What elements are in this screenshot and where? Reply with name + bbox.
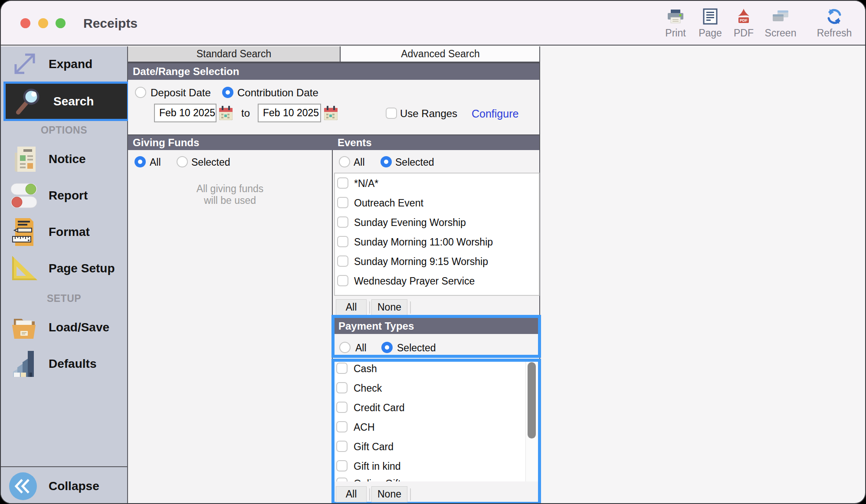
date-to-word: to bbox=[241, 107, 250, 119]
sidebar-item-expand[interactable]: Expand bbox=[1, 46, 127, 82]
sidebar-item-notice[interactable]: Notice bbox=[1, 141, 127, 177]
events-all-button[interactable]: All bbox=[336, 299, 367, 315]
collapse-icon bbox=[8, 472, 38, 501]
tab-advanced-search[interactable]: Advanced Search bbox=[341, 46, 539, 62]
payment-selected-label: Selected bbox=[397, 342, 436, 354]
sidebar-item-label: Defaults bbox=[49, 357, 96, 371]
payment-checkbox[interactable] bbox=[336, 382, 348, 393]
sidebar-item-label: Collapse bbox=[49, 479, 99, 493]
from-date-calendar-icon[interactable] bbox=[219, 106, 233, 120]
giving-funds-header: Giving Funds bbox=[128, 134, 333, 150]
use-ranges-label: Use Ranges bbox=[400, 108, 457, 120]
giving-funds-note: All giving funds will be used bbox=[128, 183, 332, 206]
event-checkbox[interactable] bbox=[337, 197, 348, 208]
event-checkbox[interactable] bbox=[337, 236, 348, 247]
event-checkbox[interactable] bbox=[337, 255, 348, 267]
giving-funds-all-label: All bbox=[150, 157, 161, 168]
to-date-input[interactable]: Feb 10 2025 bbox=[258, 104, 321, 122]
payment-label: Cash bbox=[354, 363, 377, 375]
close-window-button[interactable] bbox=[20, 18, 30, 28]
payment-label: Credit Card bbox=[354, 402, 405, 414]
deposit-date-label: Deposit Date bbox=[151, 87, 211, 99]
format-icon bbox=[9, 217, 39, 247]
screen-button[interactable]: Screen bbox=[761, 7, 800, 39]
event-label: *N/A* bbox=[354, 178, 378, 190]
sidebar-item-label: Notice bbox=[49, 152, 86, 166]
events-selected-radio[interactable] bbox=[381, 156, 392, 167]
payment-label: Check bbox=[354, 383, 382, 394]
event-label: Outreach Event bbox=[354, 197, 423, 209]
event-checkbox[interactable] bbox=[337, 275, 348, 286]
event-checkbox[interactable] bbox=[337, 216, 348, 228]
payment-checkbox[interactable] bbox=[336, 478, 348, 481]
sidebar: Expand Search OPTIONS bbox=[1, 46, 128, 503]
zoom-window-button[interactable] bbox=[56, 18, 66, 28]
sidebar-item-label: Search bbox=[53, 95, 94, 108]
payment-all-button[interactable]: All bbox=[336, 486, 367, 502]
title-bar: Receipts Print bbox=[1, 1, 865, 46]
configure-link[interactable]: Configure bbox=[472, 108, 518, 120]
print-icon bbox=[656, 7, 695, 26]
events-selected-label: Selected bbox=[395, 157, 434, 168]
payment-checkbox[interactable] bbox=[336, 421, 348, 432]
payment-all-label: All bbox=[355, 342, 367, 354]
deposit-date-radio[interactable] bbox=[135, 87, 146, 98]
sidebar-item-load-save[interactable]: Load/Save bbox=[1, 309, 127, 346]
date-range-header: Date/Range Selection bbox=[128, 62, 539, 80]
contribution-date-radio[interactable] bbox=[222, 87, 233, 98]
scrollbar-track[interactable] bbox=[525, 362, 538, 481]
from-date-input[interactable]: Feb 10 2025 bbox=[154, 104, 216, 122]
defaults-icon bbox=[9, 350, 39, 378]
sidebar-item-search[interactable]: Search bbox=[3, 82, 129, 121]
use-ranges-checkbox[interactable] bbox=[386, 108, 397, 119]
sidebar-item-label: Page Setup bbox=[49, 262, 115, 275]
sidebar-item-format[interactable]: Format bbox=[1, 214, 127, 250]
minimize-window-button[interactable] bbox=[38, 18, 48, 28]
refresh-icon bbox=[815, 7, 854, 26]
event-label: Sunday Morning 9:15 Worship bbox=[354, 256, 488, 268]
app-window: Receipts Print bbox=[0, 0, 866, 504]
event-label: Wednesday Prayer Service bbox=[354, 275, 475, 287]
payment-selected-radio[interactable] bbox=[381, 342, 393, 353]
sidebar-section-setup: SETUP bbox=[1, 293, 127, 304]
sidebar-item-label: Format bbox=[49, 225, 90, 239]
sidebar-item-report[interactable]: Report bbox=[1, 177, 127, 214]
events-all-label: All bbox=[354, 157, 365, 168]
payment-types-list: Cash Check Credit Card ACH Gift Card Gif… bbox=[335, 362, 538, 481]
refresh-button[interactable]: Refresh bbox=[815, 7, 854, 39]
scrollbar-thumb[interactable] bbox=[528, 362, 536, 439]
events-all-radio[interactable] bbox=[339, 156, 350, 167]
pdf-button[interactable]: PDF PDF bbox=[724, 7, 763, 39]
sidebar-item-label: Load/Save bbox=[49, 321, 109, 334]
giving-funds-selected-label: Selected bbox=[191, 157, 230, 168]
payment-checkbox[interactable] bbox=[336, 402, 348, 413]
payment-checkbox[interactable] bbox=[336, 363, 348, 374]
page-setup-icon bbox=[9, 255, 39, 282]
search-panel: Standard Search Advanced Search Date/Ran… bbox=[128, 46, 540, 503]
event-checkbox[interactable] bbox=[337, 177, 348, 189]
payment-label: ACH bbox=[354, 422, 375, 433]
payment-label: Gift in kind bbox=[354, 461, 401, 472]
load-save-icon bbox=[9, 314, 39, 340]
print-button[interactable]: Print bbox=[656, 7, 695, 39]
sidebar-item-label: Report bbox=[49, 189, 88, 203]
giving-funds-selected-radio[interactable] bbox=[177, 156, 188, 167]
sidebar-section-options: OPTIONS bbox=[1, 124, 127, 136]
payment-none-button[interactable]: None bbox=[371, 486, 407, 502]
sidebar-item-collapse[interactable]: Collapse bbox=[1, 467, 127, 504]
window-title: Receipts bbox=[83, 16, 138, 31]
payment-checkbox[interactable] bbox=[336, 460, 348, 471]
expand-icon bbox=[9, 50, 39, 78]
events-none-button[interactable]: None bbox=[371, 299, 407, 315]
tab-standard-search[interactable]: Standard Search bbox=[128, 46, 341, 62]
to-date-calendar-icon[interactable] bbox=[324, 106, 338, 120]
pdf-icon: PDF bbox=[724, 7, 763, 26]
giving-funds-all-radio[interactable] bbox=[134, 156, 146, 167]
payment-types-header: Payment Types bbox=[335, 318, 538, 334]
sidebar-item-page-setup[interactable]: Page Setup bbox=[1, 250, 127, 287]
payment-types-section: Payment Types All Selected bbox=[331, 315, 541, 358]
sidebar-item-defaults[interactable]: Defaults bbox=[1, 346, 127, 382]
payment-all-radio[interactable] bbox=[339, 342, 351, 353]
contribution-date-label: Contribution Date bbox=[237, 87, 318, 99]
payment-checkbox[interactable] bbox=[336, 441, 348, 452]
